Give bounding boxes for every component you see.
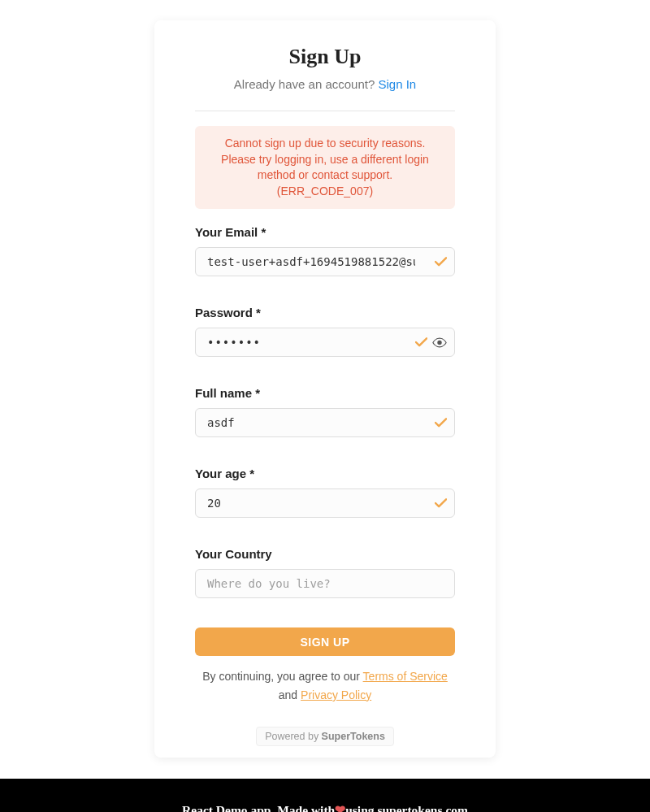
check-icon — [435, 498, 447, 508]
powered-brand: SuperTokens — [322, 731, 385, 742]
field-password: Password * — [195, 306, 455, 357]
age-label: Your age * — [195, 467, 455, 480]
field-age: Your age * — [195, 467, 455, 518]
tos-prefix: By continuing, you agree to our — [202, 670, 362, 683]
tos-text: By continuing, you agree to our Terms of… — [195, 667, 455, 704]
password-label: Password * — [195, 306, 455, 319]
subtitle: Already have an account? Sign In — [195, 77, 455, 91]
age-input[interactable] — [195, 489, 455, 518]
powered-badge[interactable]: Powered by SuperTokens — [256, 727, 394, 746]
check-icon — [435, 418, 447, 428]
footer: React Demo app. Made with❤using supertok… — [0, 779, 650, 812]
fullname-input[interactable] — [195, 408, 455, 437]
country-label: Your Country — [195, 547, 455, 561]
signup-card: Sign Up Already have an account? Sign In… — [154, 20, 496, 758]
powered-prefix: Powered by — [265, 731, 321, 742]
signin-link[interactable]: Sign In — [378, 77, 416, 91]
field-country: Your Country — [195, 547, 455, 598]
page-title: Sign Up — [195, 45, 455, 69]
error-banner: Cannot sign up due to security reasons. … — [195, 126, 455, 209]
email-input[interactable] — [195, 247, 455, 276]
subtitle-text: Already have an account? — [234, 77, 379, 91]
email-label: Your Email * — [195, 225, 455, 239]
svg-point-0 — [437, 341, 441, 345]
field-fullname: Full name * — [195, 386, 455, 437]
check-icon — [435, 257, 447, 267]
signup-button[interactable]: SIGN UP — [195, 627, 455, 656]
fullname-label: Full name * — [195, 386, 455, 400]
privacy-link[interactable]: Privacy Policy — [301, 688, 371, 701]
country-input[interactable] — [195, 569, 455, 598]
divider — [195, 111, 455, 111]
tos-link[interactable]: Terms of Service — [363, 670, 448, 683]
field-email: Your Email * — [195, 225, 455, 276]
heart-icon: ❤ — [335, 803, 345, 812]
check-icon — [415, 337, 427, 347]
footer-suffix: using supertokens.com — [345, 803, 468, 812]
eye-icon[interactable] — [432, 337, 447, 348]
tos-middle: and — [279, 688, 301, 701]
footer-prefix: React Demo app. Made with — [182, 803, 335, 812]
